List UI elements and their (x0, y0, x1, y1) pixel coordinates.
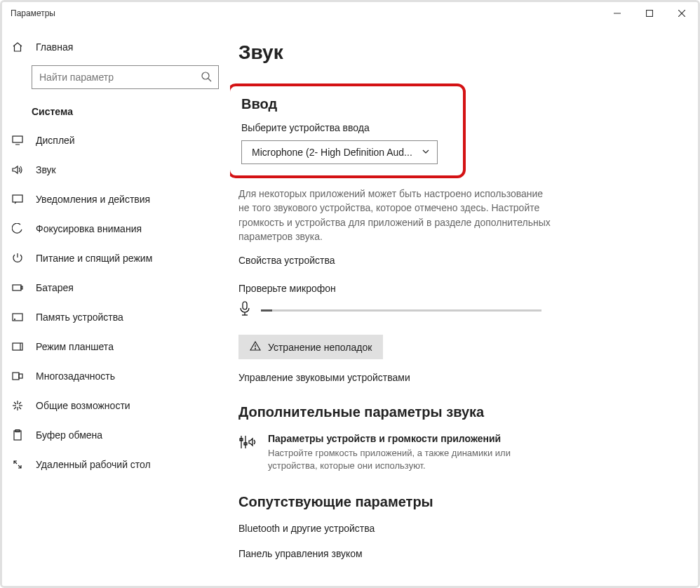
sidebar-item-label: Батарея (36, 282, 74, 293)
sidebar-item-display[interactable]: Дисплей (2, 126, 230, 155)
sidebar-item-label: Память устройства (36, 312, 123, 323)
shared-icon (12, 400, 23, 411)
input-help-text: Для некоторых приложений может быть наст… (238, 187, 554, 243)
troubleshoot-button[interactable]: Устранение неполадок (238, 335, 383, 359)
svg-rect-15 (13, 373, 19, 380)
sidebar-item-power[interactable]: Питание и спящий режим (2, 243, 230, 273)
svg-line-24 (14, 407, 16, 409)
sidebar-section-label: Система (2, 100, 230, 126)
sidebar-item-notifications[interactable]: Уведомления и действия (2, 185, 230, 214)
clipboard-icon (12, 429, 23, 441)
svg-line-23 (19, 402, 21, 404)
sidebar-item-tablet[interactable]: Режим планшета (2, 332, 230, 361)
close-button[interactable] (666, 2, 698, 25)
sidebar-item-clipboard[interactable]: Буфер обмена (2, 420, 230, 450)
sidebar-item-shared[interactable]: Общие возможности (2, 391, 230, 420)
mixer-icon (238, 433, 257, 453)
svg-rect-6 (13, 136, 22, 142)
svg-line-21 (14, 402, 16, 404)
home-icon (12, 41, 23, 53)
dropdown-value: Microphone (2- High Definition Aud... (252, 147, 412, 158)
chevron-down-icon (422, 147, 430, 158)
test-mic-label: Проверьте микрофон (238, 283, 675, 294)
window-title: Параметры (11, 8, 55, 18)
advanced-item-desc: Настройте громкость приложений, а также … (268, 447, 561, 472)
sidebar-item-label: Дисплей (36, 135, 75, 146)
sidebar-item-label: Звук (36, 164, 56, 175)
svg-point-31 (255, 349, 256, 349)
notifications-icon (12, 194, 23, 204)
focus-icon (12, 223, 23, 234)
display-icon (12, 135, 23, 145)
main-content: Звук Ввод Выберите устройства ввода Micr… (230, 25, 698, 586)
sidebar-item-label: Уведомления и действия (36, 194, 150, 205)
sidebar-item-focus[interactable]: Фокусировка внимания (2, 214, 230, 243)
svg-rect-9 (13, 285, 21, 290)
sidebar-home-label: Главная (36, 41, 73, 53)
sidebar-item-label: Общие возможности (36, 400, 130, 411)
svg-rect-8 (13, 195, 22, 202)
sidebar-item-multitask[interactable]: Многозадачность (2, 361, 230, 391)
battery-icon (12, 284, 23, 291)
svg-line-22 (19, 407, 21, 409)
input-section-highlight: Ввод Выберите устройства ввода Microphon… (230, 83, 466, 178)
input-device-label: Выберите устройства ввода (241, 122, 452, 133)
sidebar-item-label: Фокусировка внимания (36, 223, 142, 234)
sidebar-item-battery[interactable]: Батарея (2, 273, 230, 302)
sidebar-home[interactable]: Главная (2, 34, 230, 61)
sidebar-item-label: Многозадачность (36, 370, 115, 382)
multitask-icon (12, 372, 23, 380)
sound-icon (12, 165, 23, 175)
search-icon (201, 71, 212, 85)
troubleshoot-label: Устранение неполадок (268, 342, 372, 353)
related-sound-panel-link[interactable]: Панель управления звуком (238, 548, 675, 559)
device-properties-link[interactable]: Свойства устройства (238, 255, 675, 266)
input-heading: Ввод (241, 96, 452, 112)
sidebar-item-remote[interactable]: Удаленный рабочий стол (2, 450, 230, 479)
sidebar-item-label: Буфер обмена (36, 429, 102, 441)
related-heading: Сопутствующие параметры (238, 494, 675, 510)
warning-icon (250, 341, 261, 353)
advanced-heading: Дополнительные параметры звука (238, 404, 675, 420)
titlebar: Параметры (2, 2, 698, 25)
svg-rect-13 (13, 343, 22, 350)
search-input[interactable] (32, 65, 219, 89)
remote-icon (12, 459, 23, 470)
input-device-dropdown[interactable]: Microphone (2- High Definition Aud... (241, 140, 438, 164)
svg-point-12 (15, 319, 15, 320)
svg-rect-1 (647, 11, 653, 17)
svg-rect-10 (21, 286, 22, 289)
sidebar-item-label: Питание и спящий режим (36, 253, 152, 264)
svg-point-4 (202, 72, 209, 79)
sidebar-item-label: Режим планшета (36, 341, 114, 352)
mic-level-bar (261, 309, 541, 312)
sidebar-item-storage[interactable]: Память устройства (2, 302, 230, 332)
advanced-item[interactable]: Параметры устройств и громкости приложен… (238, 433, 561, 472)
advanced-item-title: Параметры устройств и громкости приложен… (268, 433, 561, 444)
manage-devices-link[interactable]: Управление звуковыми устройствами (238, 372, 675, 383)
maximize-button[interactable] (633, 2, 666, 25)
microphone-icon (238, 301, 251, 319)
svg-rect-27 (243, 302, 247, 309)
page-title: Звук (238, 41, 675, 64)
related-bluetooth-link[interactable]: Bluetooth и другие устройства (238, 523, 675, 534)
svg-rect-16 (19, 374, 22, 378)
storage-icon (12, 313, 23, 321)
sidebar: Главная Система Дисплей Звук Уведомления… (2, 25, 230, 586)
sidebar-item-label: Удаленный рабочий стол (36, 459, 151, 470)
power-icon (12, 253, 23, 264)
svg-line-5 (208, 79, 211, 81)
sidebar-item-sound[interactable]: Звук (2, 155, 230, 185)
tablet-icon (12, 342, 23, 351)
minimize-button[interactable] (601, 2, 633, 25)
